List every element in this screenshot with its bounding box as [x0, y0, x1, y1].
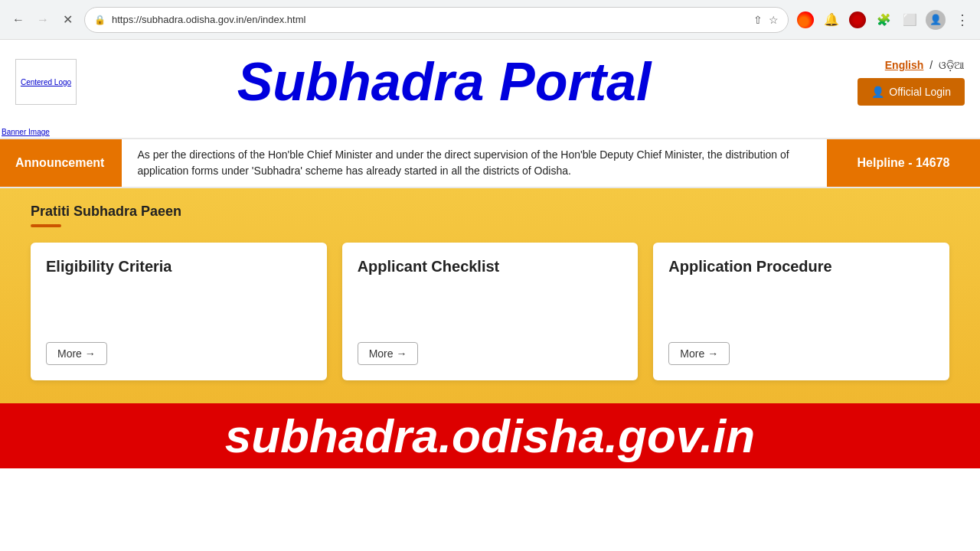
- cards-container: Eligibility Criteria More → Applicant Ch…: [31, 243, 949, 380]
- site-footer: subhadra.odisha.gov.in: [0, 403, 980, 468]
- helpline-button[interactable]: Helpline - 14678: [827, 139, 980, 187]
- banner-image: Banner Image: [0, 128, 50, 136]
- profile-button[interactable]: 👤: [925, 9, 946, 31]
- footer-text: subhadra.odisha.gov.in: [225, 409, 755, 463]
- announcement-bar: Announcement As per the directions of th…: [0, 138, 980, 188]
- login-label: Official Login: [889, 86, 951, 98]
- page-content: Centered Logo Subhadra Portal English / …: [0, 40, 980, 551]
- centered-logo: Centered Logo: [15, 59, 77, 105]
- login-icon: 👤: [871, 86, 884, 98]
- banner-area: Banner Image: [0, 124, 980, 138]
- section-title: Pratiti Subhadra Paeen: [31, 204, 949, 220]
- english-link[interactable]: English: [885, 59, 924, 71]
- login-button[interactable]: 👤 Official Login: [858, 78, 965, 106]
- window-button[interactable]: ⬜: [899, 9, 920, 31]
- card-title-checklist: Applicant Checklist: [358, 258, 623, 276]
- eligibility-more-button[interactable]: More →: [46, 342, 107, 365]
- share-icon: ⇧: [753, 14, 763, 26]
- main-section: Pratiti Subhadra Paeen Eligibility Crite…: [0, 188, 980, 403]
- logo-area: Centered Logo: [15, 59, 77, 105]
- toshy-icon: [849, 11, 866, 28]
- announcement-text: As per the directions of the Hon'ble Chi…: [119, 139, 827, 187]
- url-text: https://subhadra.odisha.gov.in/en/index.…: [112, 14, 747, 25]
- menu-button[interactable]: ⋮: [951, 9, 972, 31]
- site-header: Centered Logo Subhadra Portal English / …: [0, 40, 980, 124]
- extensions-button[interactable]: 🧩: [873, 9, 894, 31]
- browser-chrome: ← → ✕ 🔒 https://subhadra.odisha.gov.in/e…: [0, 0, 980, 40]
- checklist-more-button[interactable]: More →: [358, 342, 419, 365]
- forward-button[interactable]: →: [32, 9, 54, 31]
- lock-icon: 🔒: [94, 15, 106, 25]
- language-switcher: English / ଓଡ଼ିଆ: [885, 59, 965, 72]
- toshy-button[interactable]: [847, 9, 868, 31]
- card-title-procedure: Application Procedure: [668, 258, 934, 276]
- reload-button[interactable]: ✕: [57, 9, 78, 31]
- section-underline: [31, 224, 61, 227]
- back-button[interactable]: ←: [8, 9, 29, 31]
- menu-dots-icon: ⋮: [956, 11, 969, 28]
- odia-link[interactable]: ଓଡ଼ିଆ: [939, 59, 965, 71]
- bell-button[interactable]: 🔔: [821, 9, 842, 31]
- applicant-checklist-card: Applicant Checklist More →: [342, 243, 639, 380]
- card-title-eligibility: Eligibility Criteria: [46, 258, 312, 276]
- lang-separator: /: [929, 59, 936, 71]
- address-bar[interactable]: 🔒 https://subhadra.odisha.gov.in/en/inde…: [84, 7, 789, 33]
- site-title: Subhadra Portal: [77, 51, 812, 112]
- star-icon: ☆: [769, 14, 779, 26]
- header-right: English / ଓଡ଼ିଆ 👤 Official Login: [812, 59, 965, 106]
- eligibility-criteria-card: Eligibility Criteria More →: [31, 243, 327, 380]
- application-procedure-card: Application Procedure More →: [653, 243, 949, 380]
- profile-avatar: 👤: [926, 10, 946, 30]
- nav-buttons: ← → ✕: [8, 9, 78, 31]
- announcement-label: Announcement: [0, 139, 119, 187]
- procedure-more-button[interactable]: More →: [668, 342, 730, 365]
- firefox-icon: [797, 11, 814, 28]
- firefox-button[interactable]: [795, 9, 816, 31]
- browser-actions: 🔔 🧩 ⬜ 👤 ⋮: [795, 9, 972, 31]
